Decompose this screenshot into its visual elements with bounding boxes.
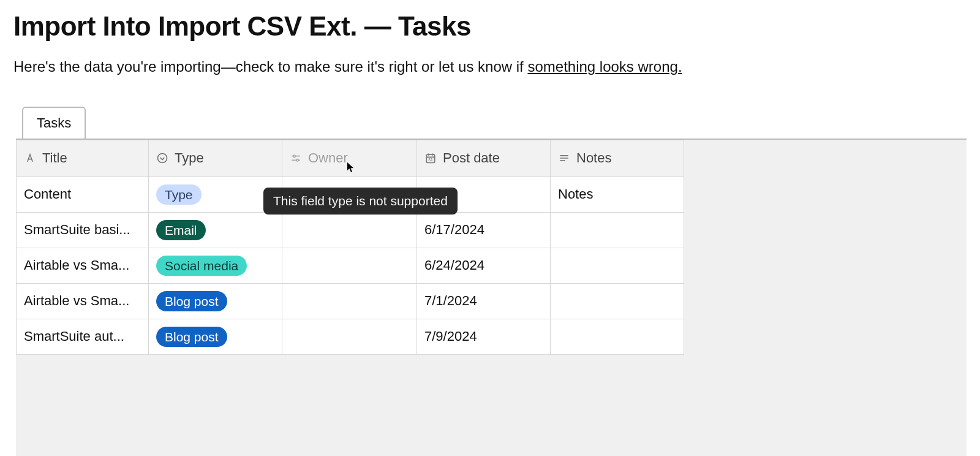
column-header-notes[interactable]: Notes	[551, 140, 684, 177]
table-row[interactable]: Airtable vs Sma...Blog post7/1/2024	[17, 283, 684, 319]
cell-owner[interactable]	[282, 319, 417, 354]
text-lines-icon	[558, 152, 570, 164]
table-row[interactable]: SmartSuite aut...Blog post7/9/2024	[17, 319, 684, 354]
cell-owner[interactable]	[282, 212, 417, 248]
report-issue-link[interactable]: something looks wrong.	[527, 58, 682, 75]
type-tag: Social media	[156, 256, 247, 276]
text-icon	[24, 152, 36, 164]
table-header-row: Title Type	[17, 140, 684, 177]
table-row[interactable]: Airtable vs Sma...Social media6/24/2024	[17, 248, 684, 283]
cell-post-date[interactable]: 7/9/2024	[417, 319, 551, 354]
calendar-icon: 31	[424, 152, 437, 164]
table-row[interactable]: SmartSuite basi...Email6/17/2024	[17, 212, 684, 248]
column-header-type[interactable]: Type	[149, 140, 282, 177]
svg-point-0	[158, 154, 167, 163]
page-subtitle: Here's the data you're importing—check t…	[13, 56, 967, 77]
tab-bar: Tasks	[13, 107, 967, 139]
column-header-notes-label: Notes	[576, 150, 611, 166]
cell-type[interactable]: Social media	[149, 248, 282, 283]
type-tag: Email	[156, 220, 206, 240]
cell-type[interactable]: Type	[149, 177, 282, 212]
column-header-post-date-label: Post date	[443, 150, 500, 166]
cell-post-date[interactable]: 7/1/2024	[417, 283, 551, 319]
svg-point-1	[293, 155, 295, 157]
cell-type[interactable]: Blog post	[149, 319, 282, 354]
cell-notes[interactable]: Notes	[551, 177, 684, 212]
cell-notes[interactable]	[551, 248, 684, 283]
column-header-owner-label: Owner	[308, 150, 348, 166]
subtitle-text: Here's the data you're importing—check t…	[13, 58, 527, 75]
cell-post-date[interactable]: 6/17/2024	[417, 212, 551, 248]
cell-title[interactable]: Content	[17, 177, 149, 212]
svg-text:31: 31	[428, 158, 433, 162]
type-tag: Blog post	[156, 291, 227, 311]
cell-notes[interactable]	[551, 283, 684, 319]
cell-type[interactable]: Blog post	[149, 283, 282, 319]
column-header-post-date[interactable]: 31 Post date	[417, 140, 551, 177]
chevron-down-circle-icon	[156, 152, 168, 164]
column-header-title[interactable]: Title	[17, 140, 149, 177]
cell-notes[interactable]	[551, 212, 684, 248]
cell-title[interactable]: SmartSuite aut...	[17, 319, 149, 354]
cell-owner[interactable]	[282, 248, 417, 283]
cell-type[interactable]: Email	[149, 212, 282, 248]
cell-owner[interactable]	[282, 283, 417, 319]
tab-tasks[interactable]: Tasks	[22, 107, 86, 139]
import-table: Title Type	[16, 140, 684, 355]
import-table-area: Title Type	[16, 139, 967, 456]
page-title: Import Into Import CSV Ext. — Tasks	[13, 11, 967, 42]
cell-title[interactable]: SmartSuite basi...	[17, 212, 149, 248]
column-header-owner[interactable]: Owner	[282, 140, 417, 177]
type-tag: Type	[156, 184, 202, 205]
svg-point-2	[296, 159, 298, 161]
column-header-type-label: Type	[175, 150, 204, 166]
type-tag: Blog post	[156, 327, 227, 347]
cell-title[interactable]: Airtable vs Sma...	[17, 283, 149, 319]
cell-post-date[interactable]: 6/24/2024	[417, 248, 551, 283]
column-header-title-label: Title	[42, 150, 67, 166]
sliders-icon	[290, 152, 302, 164]
cell-title[interactable]: Airtable vs Sma...	[17, 248, 149, 283]
unsupported-field-tooltip: This field type is not supported	[263, 188, 458, 215]
cell-notes[interactable]	[551, 319, 684, 354]
